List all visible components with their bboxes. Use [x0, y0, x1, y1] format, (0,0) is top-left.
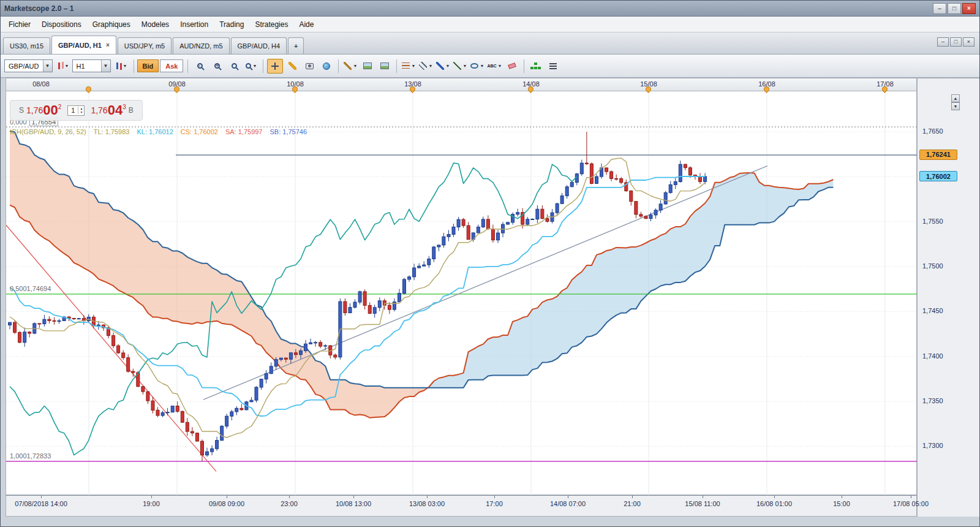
- indicators-menu-tool[interactable]: ▼: [56, 59, 72, 74]
- timeframe-select-value: H1: [73, 63, 101, 70]
- chevron-down-icon[interactable]: ▼: [462, 64, 467, 68]
- image-tool[interactable]: [360, 59, 375, 74]
- symbol-select-value: GBP/AUD: [5, 63, 43, 70]
- fib-level-price: 1,72833: [27, 452, 51, 460]
- trendline-tool[interactable]: ▼: [452, 59, 468, 74]
- zoom-out-tool[interactable]: [192, 59, 208, 74]
- screenshot-tool[interactable]: [301, 59, 317, 74]
- fib-50-label: 0,500 1,74694: [10, 285, 51, 292]
- vertical-cursor-icon: [271, 63, 279, 70]
- amount-stepper[interactable]: 1 ▲▼: [67, 105, 85, 116]
- tab-label: AUD/NZD, m5: [179, 42, 222, 50]
- chevron-down-icon[interactable]: ▼: [353, 64, 357, 68]
- price-axis[interactable]: ▲ ▼ 1,76501,75501,75001,74501,74001,7350…: [917, 78, 980, 517]
- ask-button[interactable]: Ask: [160, 59, 183, 72]
- tabs-container: US30, m15GBP/AUD, H1×USD/JPY, m5AUD/NZD,…: [3, 36, 305, 54]
- text-tool-tool[interactable]: ABC▼: [486, 59, 502, 74]
- chevron-down-icon[interactable]: ▼: [480, 64, 484, 68]
- strategy-tool[interactable]: [528, 59, 544, 74]
- time-axis[interactable]: 07/08/2018 14:0019:0009/08 09:0023:0010/…: [6, 495, 917, 517]
- menu-item-trading[interactable]: Trading: [214, 18, 249, 31]
- buy-price-big[interactable]: 04: [108, 104, 123, 117]
- chevron-down-icon[interactable]: ▼: [101, 60, 110, 72]
- chevron-down-icon[interactable]: ▼: [411, 64, 415, 68]
- mdi-restore-button[interactable]: □: [950, 37, 962, 47]
- layout-tool[interactable]: [545, 59, 561, 74]
- tab-gbp-aud-h1[interactable]: GBP/AUD, H1×: [51, 36, 116, 54]
- tab-aud-nzd-m5[interactable]: AUD/NZD, m5: [173, 37, 229, 54]
- indicator-value-label: KL: 1,76012: [137, 128, 173, 135]
- fibonacci-tool[interactable]: ▼: [401, 59, 417, 74]
- tab-usd-jpy-m5[interactable]: USD/JPY, m5: [118, 37, 172, 54]
- close-button[interactable]: ×: [962, 3, 976, 14]
- channel-tool[interactable]: ▼: [418, 59, 434, 74]
- sell-price-big[interactable]: 00: [43, 104, 58, 117]
- new-chart-tool[interactable]: [377, 59, 393, 74]
- eraser-tool[interactable]: [504, 59, 520, 74]
- toolbar-separator: [187, 59, 188, 73]
- mdi-window-controls: – □ ×: [936, 37, 974, 47]
- minimize-button[interactable]: –: [933, 3, 946, 14]
- menu-item-dispositions[interactable]: Dispositions: [36, 18, 87, 31]
- zoom-preset-tool[interactable]: ▼: [243, 59, 259, 74]
- bid-button[interactable]: Bid: [137, 59, 159, 72]
- indicator-value-label: ICH(GBP/AUD, 9, 26, 52): [10, 128, 86, 135]
- menu-item-modeles[interactable]: Modeles: [136, 18, 175, 31]
- time-axis-label: 13/08 03:00: [409, 500, 445, 507]
- eraser-icon: [508, 63, 516, 69]
- zoom-box-tool[interactable]: [226, 59, 242, 74]
- scroll-down-button[interactable]: ▼: [951, 102, 960, 110]
- tab-us30-m15[interactable]: US30, m15: [3, 37, 50, 54]
- ellipse-tool[interactable]: ▼: [469, 59, 485, 74]
- tab-label: USD/JPY, m5: [124, 42, 165, 50]
- chevron-down-icon[interactable]: ▼: [65, 64, 69, 68]
- zoom-in-tool[interactable]: [209, 59, 225, 74]
- menu-item-aide[interactable]: Aide: [293, 18, 319, 31]
- toolbar-separator: [263, 59, 263, 73]
- zoom-in-icon: [214, 63, 220, 69]
- chevron-down-icon[interactable]: ▼: [445, 64, 450, 68]
- globe-tool[interactable]: [318, 59, 334, 74]
- chart-canvas[interactable]: [6, 91, 918, 496]
- close-tab-icon[interactable]: ×: [106, 42, 110, 48]
- add-tab-button[interactable]: +: [288, 37, 304, 54]
- timeframe-select[interactable]: H1▼: [72, 59, 111, 72]
- marker-tool[interactable]: [284, 59, 300, 74]
- time-tick: [41, 496, 42, 498]
- scroll-up-button[interactable]: ▲: [951, 94, 960, 102]
- menu-item-insertion[interactable]: Insertion: [175, 18, 214, 31]
- vertical-cursor-tool[interactable]: [267, 59, 283, 74]
- menu-item-strategies[interactable]: Strategies: [249, 18, 293, 31]
- chevron-down-icon[interactable]: ▼: [43, 60, 52, 72]
- amount-value[interactable]: 1: [68, 107, 78, 114]
- sell-price-prefix: 1,76: [26, 105, 43, 115]
- tab-gbp-aud-h4[interactable]: GBP/AUD, H4: [231, 37, 287, 54]
- ruler-icon: [344, 62, 352, 70]
- pencil-tool[interactable]: ▼: [435, 59, 451, 74]
- globe-icon: [323, 63, 330, 70]
- chart-style-tool[interactable]: ▼: [114, 59, 130, 74]
- sell-side-label: S: [19, 106, 24, 115]
- chevron-down-icon[interactable]: ▼: [123, 64, 127, 68]
- menu-item-fichier[interactable]: Fichier: [3, 18, 36, 31]
- ruler-tool[interactable]: ▼: [342, 59, 358, 74]
- chevron-down-icon[interactable]: ▼: [428, 64, 432, 68]
- channel-icon: [419, 62, 427, 70]
- time-axis-label: 10/08 13:00: [336, 500, 371, 507]
- toolbar: GBP/AUD▼▼H1▼▼BidAsk▼▼▼▼▼▼▼ABC▼: [1, 55, 979, 78]
- maximize-button[interactable]: □: [948, 3, 961, 14]
- time-axis-label: 16/08 01:00: [756, 500, 792, 507]
- mdi-minimize-button[interactable]: –: [937, 37, 949, 47]
- amount-spin-arrows[interactable]: ▲▼: [78, 107, 84, 114]
- chart-plot[interactable]: S 1,76 00 2 1 ▲▼ 1,76 04 3 B ICH(GBP/AUD…: [6, 91, 917, 495]
- symbol-select[interactable]: GBP/AUD▼: [4, 59, 53, 72]
- fib-level-text: 1,000: [10, 452, 27, 460]
- window-title: Marketscope 2.0 – 1: [4, 4, 932, 13]
- time-axis-label: 23:00: [281, 500, 298, 507]
- chevron-down-icon[interactable]: ▼: [252, 64, 257, 68]
- chevron-down-icon[interactable]: ▼: [498, 64, 502, 68]
- mdi-close-button[interactable]: ×: [963, 37, 974, 47]
- menu-item-graphiques[interactable]: Graphiques: [87, 18, 136, 31]
- time-tick: [427, 496, 428, 498]
- image-icon: [363, 63, 372, 69]
